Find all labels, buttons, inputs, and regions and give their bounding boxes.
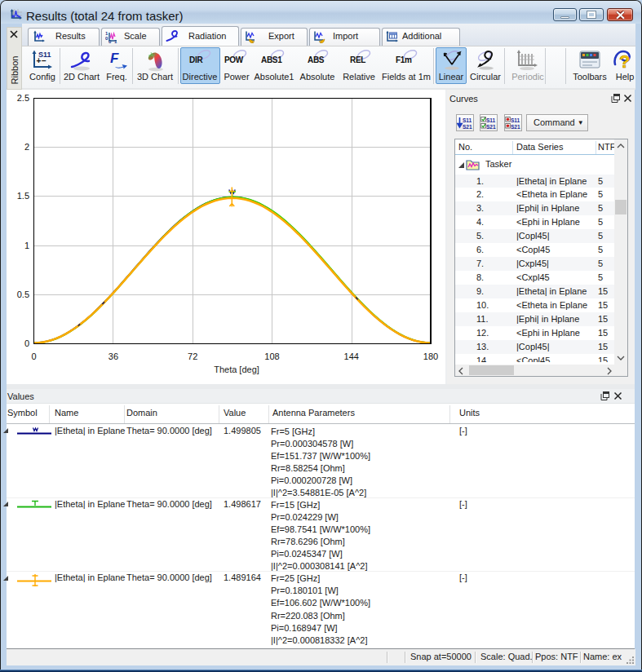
svg-text:S21: S21 — [511, 124, 520, 130]
svg-text:+: + — [37, 56, 42, 65]
svg-text:F1m: F1m — [396, 55, 412, 64]
svg-text:POW: POW — [224, 55, 244, 64]
svg-text:F: F — [110, 51, 119, 66]
svg-text:ABS: ABS — [308, 55, 325, 64]
svg-text:ABS1: ABS1 — [261, 55, 282, 64]
svg-text:?: ? — [619, 51, 630, 71]
svg-text:−: − — [42, 56, 46, 65]
svg-text:S21: S21 — [486, 124, 496, 130]
svg-text:DIR: DIR — [189, 55, 203, 64]
svg-text:S11: S11 — [463, 117, 472, 123]
svg-text:S11: S11 — [511, 117, 520, 123]
svg-text:S11: S11 — [486, 117, 496, 123]
svg-text:S21: S21 — [463, 124, 472, 130]
svg-text:REL: REL — [350, 55, 365, 64]
